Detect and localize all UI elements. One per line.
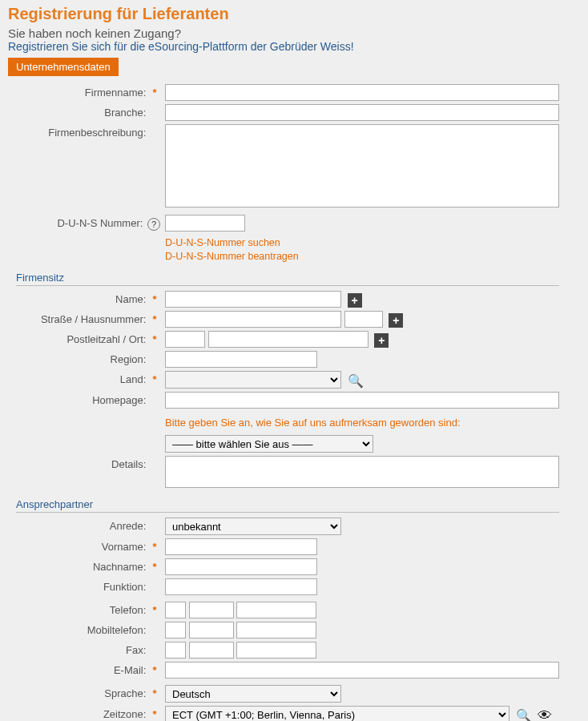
- required-star: *: [149, 373, 160, 385]
- form-area: Firmenname: * Branche: Firmenbeschreibun…: [8, 76, 580, 721]
- homepage-input[interactable]: [165, 392, 559, 409]
- required-star: *: [149, 604, 160, 616]
- awareness-prompt: Bitte geben Sie an, wie Sie auf uns aufm…: [165, 417, 559, 429]
- required-star: *: [149, 541, 160, 553]
- required-star: *: [149, 561, 160, 573]
- mobil-area-input[interactable]: [189, 622, 234, 638]
- hausnummer-input[interactable]: [344, 311, 383, 328]
- eye-icon[interactable]: 👁: [538, 707, 552, 721]
- help-icon[interactable]: ?: [147, 218, 160, 231]
- zeitzone-label: Zeitzone:: [103, 708, 146, 720]
- email-input[interactable]: [165, 662, 559, 679]
- fs-name-input[interactable]: [165, 291, 341, 308]
- required-star: *: [149, 293, 160, 305]
- tab-bar: Unternehmensdaten: [8, 58, 580, 76]
- fax-area-input[interactable]: [189, 642, 234, 659]
- strasse-input[interactable]: [165, 311, 341, 328]
- nachname-label: Nachname:: [93, 561, 146, 573]
- spacer: [149, 581, 160, 593]
- strasse-label: Straße / Hausnummer:: [41, 313, 147, 325]
- nachname-input[interactable]: [165, 558, 317, 575]
- firmenname-input[interactable]: [165, 84, 559, 101]
- details-label: Details:: [111, 458, 146, 470]
- sprache-select[interactable]: Deutsch: [165, 685, 341, 703]
- tab-unternehmensdaten[interactable]: Unternehmensdaten: [8, 58, 119, 76]
- funktion-label: Funktion:: [103, 581, 146, 593]
- fax-number-input[interactable]: [236, 642, 316, 659]
- spacer: [149, 644, 160, 656]
- mobil-number-input[interactable]: [236, 622, 316, 638]
- telefon-label: Telefon:: [110, 604, 147, 616]
- fax-country-input[interactable]: [165, 642, 186, 659]
- email-label: E-Mail:: [114, 664, 146, 676]
- mobil-label: Mobiltelefon:: [87, 624, 147, 636]
- duns-label: D-U-N-S Nummer:: [57, 217, 143, 229]
- firmenbeschreibung-label: Firmenbeschreibung:: [48, 127, 146, 139]
- spacer: [149, 624, 160, 636]
- funktion-input[interactable]: [165, 578, 317, 595]
- required-star: *: [149, 687, 160, 699]
- branche-label: Branche:: [104, 107, 146, 119]
- required-star: *: [149, 333, 160, 345]
- spacer: [149, 437, 160, 449]
- spacer: [149, 107, 160, 119]
- land-select[interactable]: [165, 371, 341, 389]
- anrede-select[interactable]: unbekannt: [165, 518, 341, 535]
- sprache-label: Sprache:: [104, 687, 146, 699]
- spacer: [149, 394, 160, 406]
- page-title: Registrierung für Lieferanten: [8, 5, 580, 23]
- spacer: [149, 353, 160, 365]
- spacer: [149, 520, 160, 532]
- plus-icon[interactable]: +: [374, 333, 389, 348]
- ansprechpartner-heading: Ansprechpartner: [16, 498, 559, 513]
- vorname-label: Vorname:: [102, 541, 147, 553]
- required-star: *: [149, 87, 160, 99]
- firmenbeschreibung-textarea[interactable]: [165, 124, 559, 207]
- anrede-label: Anrede:: [110, 520, 147, 532]
- firmensitz-heading: Firmensitz: [16, 272, 559, 286]
- vorname-input[interactable]: [165, 538, 317, 555]
- branche-input[interactable]: [165, 104, 559, 121]
- details-textarea[interactable]: [165, 456, 559, 488]
- plus-icon[interactable]: +: [389, 313, 403, 328]
- search-icon[interactable]: 🔍: [516, 709, 532, 721]
- telefon-number-input[interactable]: [236, 602, 316, 618]
- plus-icon[interactable]: +: [348, 293, 362, 308]
- spacer: [149, 414, 160, 426]
- subtitle-question: Sie haben noch keinen Zugang?: [8, 26, 580, 40]
- spacer: [149, 127, 160, 139]
- plz-input[interactable]: [165, 331, 205, 348]
- fax-label: Fax:: [126, 644, 146, 656]
- awareness-select[interactable]: —— bitte wählen Sie aus ——: [165, 435, 373, 453]
- telefon-area-input[interactable]: [189, 602, 234, 618]
- ort-input[interactable]: [208, 331, 369, 348]
- plz-label: Postleitzahl / Ort:: [66, 333, 146, 345]
- search-icon[interactable]: 🔍: [348, 374, 364, 388]
- spacer: [149, 458, 160, 470]
- telefon-country-input[interactable]: [165, 602, 186, 618]
- zeitzone-select[interactable]: ECT (GMT +1:00; Berlin, Vienna, Paris): [165, 706, 509, 721]
- mobil-country-input[interactable]: [165, 622, 186, 638]
- firmenname-label: Firmenname:: [85, 87, 147, 99]
- duns-search-link[interactable]: D-U-N-S-Nummer suchen: [165, 236, 559, 250]
- homepage-label: Homepage:: [92, 394, 146, 406]
- required-star: *: [149, 313, 160, 325]
- duns-request-link[interactable]: D-U-N-S-Nummer beantragen: [165, 250, 559, 264]
- duns-input[interactable]: [165, 215, 245, 232]
- subtitle-instruction: Registrieren Sie sich für die eSourcing-…: [8, 40, 580, 53]
- fs-name-label: Name:: [115, 293, 146, 305]
- land-label: Land:: [120, 373, 147, 385]
- required-star: *: [149, 664, 160, 676]
- required-star: *: [149, 708, 160, 720]
- region-input[interactable]: [165, 351, 317, 368]
- region-label: Region:: [111, 353, 147, 365]
